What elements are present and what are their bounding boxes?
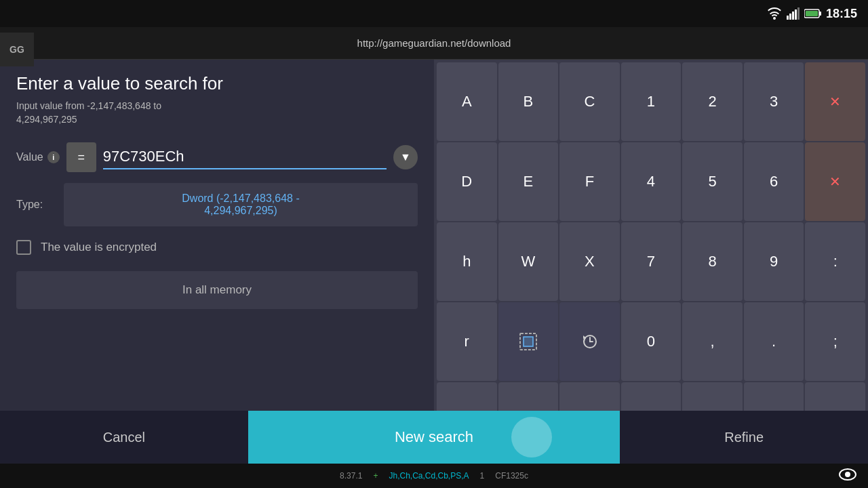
url-text: http://gameguardian.net/download — [357, 37, 511, 49]
key-B[interactable]: B — [498, 62, 559, 141]
encrypt-row: The value is encrypted — [16, 240, 418, 255]
count-text: 1 — [480, 471, 485, 481]
status-bar: 18:15 — [0, 0, 868, 27]
key-backspace[interactable]: ✕ — [805, 62, 865, 141]
bottom-status-bar: 8.37.1 + Jh,Ch,Ca,Cd,Cb,PS,A 1 CF1325c — [0, 464, 868, 488]
type-selector-text: Dword (-2,147,483,648 -4,294,967,295) — [182, 192, 299, 216]
addr-text: CF1325c — [495, 471, 528, 481]
key-select[interactable] — [498, 302, 559, 381]
svg-rect-2 — [792, 12, 794, 20]
keyboard-panel: ABC123✕DEF456✕hWX789:r 0,.;Q~0-←→>< — [434, 60, 868, 464]
key-dot[interactable]: . — [744, 302, 804, 381]
key-C[interactable]: C — [559, 62, 620, 141]
status-icons: 18:15 — [766, 7, 857, 21]
info-icon[interactable]: i — [47, 151, 60, 163]
dialog-title: Enter a value to search for — [16, 73, 418, 94]
svg-point-13 — [845, 472, 850, 477]
svg-rect-1 — [789, 14, 791, 20]
gg-logo: GG — [0, 33, 34, 66]
eye-icon-wrap — [838, 468, 857, 484]
version-text: 8.37.1 — [340, 471, 362, 481]
plus-text: + — [373, 471, 378, 481]
key-4[interactable]: 4 — [621, 142, 682, 221]
dropdown-button[interactable]: ▼ — [393, 145, 418, 169]
refine-button[interactable]: Refine — [620, 411, 868, 464]
svg-rect-7 — [806, 11, 818, 16]
svg-rect-6 — [819, 12, 821, 16]
key-E[interactable]: E — [498, 142, 559, 221]
select-all-icon — [519, 332, 538, 351]
cancel-button[interactable]: Cancel — [0, 411, 248, 464]
dropdown-arrow-icon: ▼ — [400, 151, 411, 163]
svg-rect-9 — [524, 337, 533, 346]
url-bar: http://gameguardian.net/download — [0, 27, 868, 60]
eq-button[interactable]: = — [66, 142, 96, 172]
key-semi[interactable]: ; — [805, 302, 865, 381]
key-history[interactable] — [559, 302, 620, 381]
key-D[interactable]: D — [437, 142, 497, 221]
key-r[interactable]: r — [437, 302, 497, 381]
dialog-subtitle: Input value from -2,147,483,648 to4,294,… — [16, 100, 418, 126]
svg-rect-3 — [795, 9, 797, 20]
memory-button[interactable]: In all memory — [16, 271, 418, 309]
key-X[interactable]: X — [559, 222, 620, 301]
type-selector[interactable]: Dword (-2,147,483,648 -4,294,967,295) — [64, 183, 418, 226]
svg-rect-4 — [797, 7, 800, 20]
key-h[interactable]: h — [437, 222, 497, 301]
key-2[interactable]: 2 — [682, 62, 743, 141]
key-3[interactable]: 3 — [744, 62, 804, 141]
value-label: Value i — [16, 151, 60, 163]
svg-rect-0 — [787, 16, 789, 20]
key-W[interactable]: W — [498, 222, 559, 301]
key-9[interactable]: 9 — [744, 222, 804, 301]
key-A[interactable]: A — [437, 62, 497, 141]
value-label-text: Value — [16, 151, 43, 163]
new-search-button[interactable]: New search — [248, 411, 620, 464]
type-label: Type: — [16, 199, 57, 211]
wifi-icon — [766, 7, 783, 20]
battery-icon — [804, 8, 822, 19]
eye-icon — [838, 468, 857, 481]
dialog-overlay: Enter a value to search for Input value … — [0, 60, 868, 464]
key-8[interactable]: 8 — [682, 222, 743, 301]
left-panel: Enter a value to search for Input value … — [0, 60, 434, 464]
key-colon[interactable]: : — [805, 222, 865, 301]
encrypt-checkbox[interactable] — [16, 240, 31, 255]
key-1[interactable]: 1 — [621, 62, 682, 141]
value-input[interactable] — [103, 145, 387, 169]
key-comma[interactable]: , — [682, 302, 743, 381]
key-7[interactable]: 7 — [621, 222, 682, 301]
gg-logo-text: GG — [9, 44, 24, 55]
key-0[interactable]: 0 — [621, 302, 682, 381]
key-delete2[interactable]: ✕ — [805, 142, 865, 221]
history-icon — [580, 333, 598, 350]
key-6[interactable]: 6 — [744, 142, 804, 221]
types-text: Jh,Ch,Ca,Cd,Cb,PS,A — [389, 471, 469, 481]
action-buttons: Cancel New search Refine — [0, 411, 868, 464]
signal-icon — [787, 7, 800, 20]
type-row: Type: Dword (-2,147,483,648 -4,294,967,2… — [16, 183, 418, 226]
value-row: Value i = ▼ — [16, 142, 418, 172]
encrypt-label: The value is encrypted — [41, 241, 157, 254]
key-F[interactable]: F — [559, 142, 620, 221]
status-time: 18:15 — [826, 7, 857, 21]
key-5[interactable]: 5 — [682, 142, 743, 221]
value-input-wrapper — [103, 145, 387, 169]
